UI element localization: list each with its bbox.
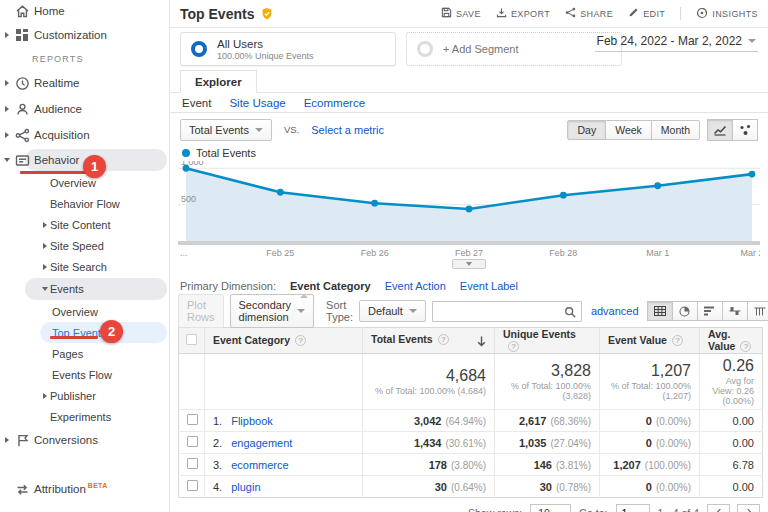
summary-empty-cell [179,354,205,410]
row-checkbox-cell [179,410,205,432]
sidebar-item-customization[interactable]: Customization [0,22,169,48]
total-events-cell: 3,042(64.94%) [363,410,495,432]
metric-value: 3,042 [414,415,442,427]
sidebar-item-pages[interactable]: Pages [0,343,169,364]
select-metric-link[interactable]: Select a metric [311,124,384,136]
sidebar-item-home[interactable]: Home [0,0,169,22]
sidebar-item-audience[interactable]: Audience [0,96,169,122]
expand-caret-icon [40,222,50,228]
events-line-chart: 5001,000...Feb 25Feb 26Feb 27Feb 28Mar 1… [178,161,760,259]
data-view-button[interactable] [647,301,673,321]
sidebar-item-site-content[interactable]: Site Content [0,214,169,235]
granularity-month-button[interactable]: Month [651,120,700,140]
save-button[interactable]: SAVE [441,7,481,20]
granularity-day-button[interactable]: Day [567,120,606,140]
performance-view-button[interactable] [697,301,723,321]
previous-page-button[interactable] [707,504,730,512]
column-header-avg-value[interactable]: Avg. Value [700,328,763,354]
pivot-view-button[interactable] [747,301,768,321]
total-events-cell: 1,434(30.61%) [363,432,495,454]
row-checkbox[interactable] [187,436,198,447]
sidebar-item-publisher[interactable]: Publisher [0,385,169,406]
sidebar-item-top-events[interactable]: Top Events [0,322,169,343]
edit-button[interactable]: EDIT [628,7,665,20]
sidebar-item-realtime[interactable]: Realtime [0,70,169,96]
help-icon[interactable] [672,335,683,346]
dimension-event-category[interactable]: Event Category [290,280,371,292]
dimension-event-action[interactable]: Event Action [385,280,446,292]
sidebar-item-events[interactable]: Events [0,277,169,301]
sidebar-item-acquisition[interactable]: Acquisition [0,122,169,148]
summary-avg-value: 0.26Avg for View: 0.26 (0.00%) [700,354,763,410]
insights-button[interactable]: INSIGHTS [696,7,758,21]
show-rows-select[interactable]: 10 [530,504,571,512]
share-button[interactable]: SHARE [565,7,613,20]
dimension-event-label[interactable]: Event Label [460,280,518,292]
select-all-checkbox[interactable] [186,334,197,345]
sidebar-item-site-speed[interactable]: Site Speed [0,235,169,256]
advanced-search-link[interactable]: advanced [591,305,639,317]
sort-type-dropdown[interactable]: Default [359,300,426,322]
subtab-event[interactable]: Event [182,97,211,109]
svg-text:...: ... [180,248,188,258]
search-icon[interactable] [564,305,577,323]
sidebar-item-label: Site Search [50,261,107,273]
sidebar-item-behavior-flow[interactable]: Behavior Flow [0,193,169,214]
row-index: 1. [213,415,222,427]
row-checkbox[interactable] [187,414,198,425]
category-link[interactable]: ecommerce [231,459,288,471]
summary-value: 1,207 [608,362,691,380]
row-checkbox[interactable] [187,480,198,491]
category-link[interactable]: engagement [231,437,292,449]
secondary-dimension-dropdown[interactable]: Secondary dimension [230,294,315,328]
metric-value: 1,035 [519,437,547,449]
summary-row: 4,684% of Total: 100.00% (4,684) 3,828% … [179,354,763,410]
customization-icon [14,27,30,43]
secondary-dimension-label: Secondary dimension [239,299,292,323]
sidebar-item-events-flow[interactable]: Events Flow [0,364,169,385]
granularity-week-button[interactable]: Week [605,120,652,140]
goto-page-input[interactable] [616,504,650,512]
goto-label: Go to: [579,507,608,512]
annotation-underline-top-events [50,336,98,339]
primary-dimension-bar: Primary Dimension: Event Category Event … [170,277,768,295]
column-header-event-category[interactable]: Event Category [205,328,363,354]
help-icon[interactable] [438,334,449,345]
sidebar-item-attribution[interactable]: Attribution BETA [0,476,169,502]
plot-rows-button[interactable]: Plot Rows [178,294,224,328]
row-checkbox[interactable] [187,458,198,469]
table-row: 2.engagement 1,434(30.61%) 1,035(27.04%)… [179,432,763,454]
help-icon[interactable] [740,341,751,352]
sidebar-item-behavior-overview[interactable]: Overview [0,172,169,193]
subtab-ecommerce[interactable]: Ecommerce [304,97,365,109]
help-icon[interactable] [508,341,519,352]
share-icon [565,7,576,20]
sidebar-item-conversions[interactable]: Conversions [0,427,169,453]
sort-descending-icon[interactable] [477,336,486,349]
category-link[interactable]: Flipbook [231,415,273,427]
metric-selector-dropdown[interactable]: Total Events [180,119,272,141]
subtab-site-usage[interactable]: Site Usage [229,97,285,109]
sidebar-item-site-search[interactable]: Site Search [0,256,169,277]
chart-collapse-handle[interactable] [452,259,486,269]
motion-chart-toggle-button[interactable] [732,119,758,141]
column-header-total-events[interactable]: Total Events [363,328,495,354]
column-header-event-value[interactable]: Event Value [600,328,700,354]
export-button[interactable]: EXPORT [496,7,550,20]
sidebar-item-experiments[interactable]: Experiments [0,406,169,427]
realtime-icon [14,75,30,91]
date-range-picker[interactable]: Feb 24, 2022 - Mar 2, 2022 [595,34,758,52]
segment-all-users[interactable]: All Users 100.00% Unique Events [180,32,396,66]
tab-explorer[interactable]: Explorer [180,70,257,93]
help-icon[interactable] [295,335,306,346]
page-title: Top Events [180,6,254,22]
category-link[interactable]: plugin [231,481,260,493]
add-segment-button[interactable]: + Add Segment [406,32,622,66]
percentage-view-button[interactable] [672,301,698,321]
next-page-button[interactable] [737,504,760,512]
line-chart-toggle-button[interactable] [707,119,733,141]
column-header-unique-events[interactable]: Unique Events [495,328,600,354]
table-search-input[interactable] [432,301,582,322]
comparison-view-button[interactable] [722,301,748,321]
sidebar-item-events-overview[interactable]: Overview [0,301,169,322]
